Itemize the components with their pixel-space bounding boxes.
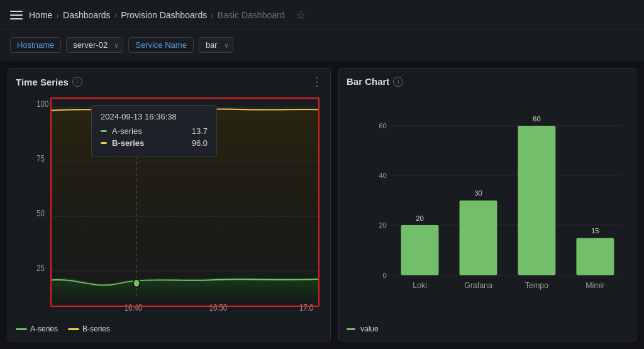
legend-b-label: B-series [82,324,110,333]
tooltip-row-a: A-series 13.7 [101,126,208,136]
bar-legend-color [347,328,355,330]
hostname-label: Hostname [10,37,61,53]
barchart-info-icon[interactable]: i [393,77,403,87]
bar-tempo [518,126,555,275]
legend-b: B-series [68,324,110,333]
barchart-title: Bar Chart [347,76,389,87]
svg-text:17:0: 17:0 [299,302,313,313]
timeseries-header: Time Series i ⋮ [16,76,323,87]
barchart-header: Bar Chart i [347,76,628,87]
legend-a-label: A-series [30,324,58,333]
breadcrumb-sep-1: › [56,10,59,20]
barchart-area: 60 40 20 0 20 Loki 30 Grafana 60 Tempo [347,92,628,322]
timeseries-info-icon[interactable]: i [72,77,82,87]
timeseries-menu-icon[interactable]: ⋮ [311,76,323,87]
breadcrumb: Home › Dashboards › Provision Dashboards… [29,10,284,20]
svg-text:Mimir: Mimir [586,281,604,290]
a-series-dot [101,130,107,132]
top-navigation: Home › Dashboards › Provision Dashboards… [0,0,644,30]
svg-text:30: 30 [474,189,482,197]
a-series-label: A-series [112,126,187,136]
b-series-value: 96.0 [192,138,208,148]
svg-text:60: 60 [533,115,541,123]
bar-grafana [460,201,497,275]
tooltip-time: 2024-09-13 16:36:38 [101,112,208,121]
svg-text:100: 100 [36,99,48,109]
breadcrumb-provision[interactable]: Provision Dashboards [121,10,207,20]
b-series-dot [101,142,107,144]
svg-text:20: 20 [379,221,387,229]
main-content: Time Series i ⋮ 100 75 [0,60,644,349]
timeseries-panel: Time Series i ⋮ 100 75 [8,68,331,341]
legend-a-line [16,328,27,330]
hostname-select[interactable]: server-02 [66,37,123,53]
timeseries-chart-area: 100 75 50 25 [16,92,323,321]
svg-text:Loki: Loki [413,281,427,290]
tooltip-row-b: B-series 96.0 [101,138,208,148]
svg-text:25: 25 [36,263,45,274]
breadcrumb-current: Basic Dashboard [218,10,285,20]
hostname-select-wrap[interactable]: server-02 [66,37,123,53]
breadcrumb-sep-3: › [211,10,214,20]
favorite-star-icon[interactable]: ☆ [296,8,306,22]
bar-loki [401,225,439,275]
breadcrumb-home[interactable]: Home [29,10,52,20]
bar-legend-label: value [360,324,379,333]
barchart-panel: Bar Chart i 60 40 20 0 20 [338,68,636,341]
svg-text:Tempo: Tempo [525,281,548,290]
a-series-value: 13.7 [192,126,208,136]
hamburger-menu[interactable] [10,11,23,19]
breadcrumb-dashboards[interactable]: Dashboards [63,10,111,20]
legend-b-line [68,328,79,330]
timeseries-title: Time Series [16,77,69,87]
svg-text:15: 15 [591,227,599,235]
svg-text:20: 20 [416,214,424,222]
legend-a: A-series [16,324,58,333]
servicename-select-wrap[interactable]: bar [199,37,233,53]
svg-text:50: 50 [36,208,45,219]
svg-text:40: 40 [379,172,387,179]
svg-text:75: 75 [36,153,45,164]
barchart-svg: 60 40 20 0 20 Loki 30 Grafana 60 Tempo [369,92,628,322]
svg-text:Grafana: Grafana [464,281,492,290]
servicename-label: Service Name [128,37,194,53]
tooltip-box: 2024-09-13 16:36:38 A-series 13.7 B-seri… [91,105,217,157]
barchart-legend: value [347,324,628,333]
bar-mimir [576,238,614,275]
svg-text:60: 60 [379,122,387,130]
servicename-select[interactable]: bar [199,37,233,53]
b-series-label: B-series [112,138,187,148]
breadcrumb-sep-2: › [114,10,118,20]
svg-text:0: 0 [383,272,387,279]
svg-text:16:40: 16:40 [125,302,143,313]
filter-bar: Hostname server-02 Service Name bar [0,30,644,60]
svg-point-10 [133,279,140,287]
svg-text:16:50: 16:50 [209,302,228,313]
timeseries-legend: A-series B-series [16,324,323,333]
